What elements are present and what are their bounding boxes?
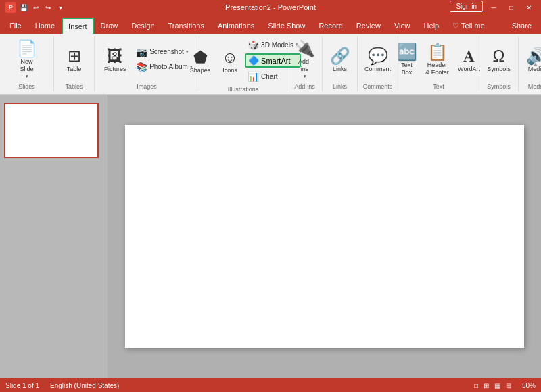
redo-icon[interactable]: ↪ — [43, 3, 53, 12]
addins-arrow: ▾ — [304, 74, 306, 79]
new-slide-label: NewSlide — [20, 58, 33, 73]
table-button[interactable]: ⊞ Table — [60, 39, 89, 80]
screenshot-label: Screenshot — [149, 48, 184, 55]
tab-insert[interactable]: Insert — [62, 18, 94, 34]
tab-share[interactable]: Share — [505, 18, 538, 34]
header-footer-icon: 📋 — [427, 44, 448, 60]
status-bar: Slide 1 of 1 English (United States) □ ⊞… — [0, 378, 541, 392]
textbox-label: TextBox — [401, 62, 413, 76]
group-illustrations: ⬟ Shapes ☺ Icons 🎲 3D Models ▾ 🔷 SmartAr… — [199, 36, 287, 91]
tab-record[interactable]: Record — [312, 18, 349, 34]
group-comments: 💬 Comment Comments — [358, 36, 398, 91]
header-footer-button[interactable]: 📋 Header& Footer — [422, 39, 453, 80]
addins-group-label: Add-ins — [294, 80, 315, 90]
wordart-icon: 𝐀 — [463, 48, 475, 64]
tables-buttons: ⊞ Table — [60, 38, 89, 80]
group-links: 🔗 Links Links — [323, 36, 358, 91]
symbols-button[interactable]: Ω Symbols — [482, 39, 516, 80]
slides-buttons: 📄 NewSlide ▾ — [12, 38, 42, 80]
images-buttons: 🖼 Pictures 📷 Screenshot ▾ 📚 Photo Album … — [98, 38, 195, 80]
save-icon[interactable]: 💾 — [19, 3, 28, 12]
textbox-button[interactable]: 🔤 TextBox — [394, 39, 421, 80]
pictures-label: Pictures — [104, 66, 126, 72]
icons-button[interactable]: ☺ Icons — [216, 40, 243, 82]
tab-help[interactable]: Help — [417, 18, 446, 34]
tab-slideshow[interactable]: Slide Show — [261, 18, 312, 34]
text-buttons: 🔤 TextBox 📋 Header& Footer 𝐀 WordArt — [394, 38, 484, 80]
slide-content-area — [108, 95, 541, 378]
close-button[interactable]: ✕ — [522, 2, 536, 13]
pictures-icon: 🖼 — [107, 48, 123, 64]
view-normal-icon[interactable]: □ — [474, 382, 478, 389]
ribbon: 📄 NewSlide ▾ Slides ⊞ Table Tables 🖼 Pic… — [0, 34, 541, 95]
chart-icon: 📊 — [248, 71, 259, 82]
slide-thumbnail[interactable] — [4, 103, 99, 158]
links-label: Links — [333, 66, 347, 72]
view-reading-icon[interactable]: ▦ — [494, 382, 500, 389]
app-title: Presentation2 - PowerPoint — [225, 3, 316, 11]
pictures-button[interactable]: 🖼 Pictures — [98, 39, 132, 80]
tab-animations[interactable]: Animations — [211, 18, 261, 34]
undo-icon[interactable]: ↩ — [31, 3, 41, 12]
tables-label: Tables — [65, 80, 83, 90]
slide-info: Slide 1 of 1 — [5, 382, 39, 389]
zoom-level: 50% — [522, 382, 536, 389]
addins-button[interactable]: 🔌 Add-ins ▾ — [290, 39, 320, 80]
comment-icon: 💬 — [368, 48, 388, 64]
minimize-button[interactable]: ─ — [487, 2, 500, 13]
addins-icon: 🔌 — [295, 41, 315, 57]
group-text: 🔤 TextBox 📋 Header& Footer 𝐀 WordArt Tex… — [398, 36, 479, 91]
sign-in-button[interactable]: Sign in — [450, 1, 483, 12]
comment-button[interactable]: 💬 Comment — [361, 39, 395, 80]
photo-album-label: Photo Album — [149, 63, 188, 70]
text-label: Text — [433, 80, 444, 90]
tab-review[interactable]: Review — [350, 18, 387, 34]
group-addins: 🔌 Add-ins ▾ Add-ins — [287, 36, 323, 91]
header-footer-label: Header& Footer — [425, 62, 449, 76]
comments-label: Comments — [363, 80, 393, 90]
title-bar-right: Sign in ─ □ ✕ — [450, 1, 536, 14]
smartart-label: SmartArt — [261, 57, 290, 65]
tab-tellme[interactable]: ♡ Tell me — [446, 18, 492, 34]
shapes-button[interactable]: ⬟ Shapes — [185, 40, 215, 82]
new-slide-icon: 📄 — [17, 41, 37, 57]
tab-design[interactable]: Design — [124, 18, 161, 34]
comments-buttons: 💬 Comment — [361, 38, 395, 80]
view-slide-sorter-icon[interactable]: ⊞ — [484, 382, 489, 389]
view-presenter-icon[interactable]: ⊟ — [506, 382, 511, 389]
images-label: Images — [137, 80, 157, 90]
illustrations-label: Illustrations — [228, 83, 259, 93]
group-images: 🖼 Pictures 📷 Screenshot ▾ 📚 Photo Album … — [95, 36, 199, 91]
ribbon-collapse-handle[interactable]: ▲ — [530, 34, 541, 94]
symbols-label: Symbols — [487, 66, 511, 72]
maximize-button[interactable]: □ — [504, 2, 518, 13]
tab-draw[interactable]: Draw — [94, 18, 125, 34]
powerpoint-icon: P — [5, 2, 16, 13]
symbols-label: Symbols — [487, 80, 511, 90]
group-slides: 📄 NewSlide ▾ Slides — [0, 36, 54, 91]
tab-view[interactable]: View — [387, 18, 417, 34]
slides-label: Slides — [18, 80, 35, 90]
illustrations-buttons: ⬟ Shapes ☺ Icons 🎲 3D Models ▾ 🔷 SmartAr… — [185, 38, 301, 83]
links-group-label: Links — [333, 80, 347, 90]
smartart-icon: 🔷 — [248, 55, 259, 66]
language-info: English (United States) — [50, 382, 119, 389]
new-slide-button[interactable]: 📄 NewSlide ▾ — [12, 39, 42, 80]
chart-label: Chart — [261, 73, 277, 80]
group-symbols: Ω Symbols Symbols — [479, 36, 519, 91]
table-icon: ⊞ — [68, 48, 81, 64]
shapes-icon: ⬟ — [193, 49, 208, 66]
photo-album-icon: 📚 — [136, 62, 147, 72]
tab-transitions[interactable]: Transitions — [162, 18, 211, 34]
customize-icon[interactable]: ▾ — [55, 3, 65, 12]
symbols-icon: Ω — [493, 48, 505, 64]
links-buttons: 🔗 Links — [325, 38, 355, 80]
links-button[interactable]: 🔗 Links — [325, 39, 355, 80]
addins-label: Add-ins — [298, 58, 311, 73]
addins-buttons: 🔌 Add-ins ▾ — [290, 38, 320, 80]
tab-home[interactable]: Home — [28, 18, 62, 34]
symbols-buttons: Ω Symbols — [482, 38, 516, 80]
slide-canvas[interactable] — [125, 125, 524, 348]
comment-label: Comment — [364, 66, 391, 72]
tab-file[interactable]: File — [3, 18, 28, 34]
